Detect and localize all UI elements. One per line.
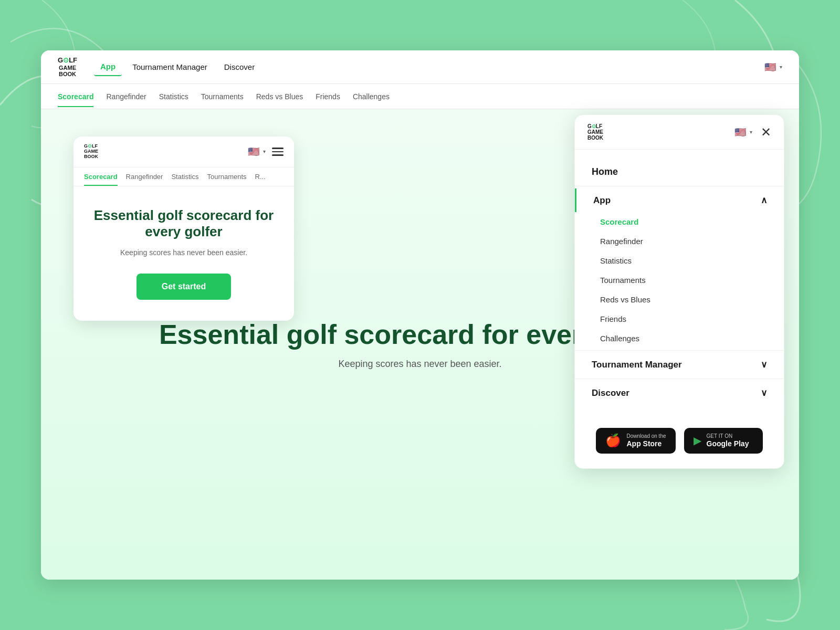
subnav-tournaments[interactable]: Tournaments <box>201 86 244 107</box>
main-nav-links: App Tournament Manager Discover <box>94 58 763 76</box>
side-menu-drawer: G⊙LF GAME BOOK 🇺🇸 ▾ ✕ Home App ∧ Scoreca… <box>574 114 784 469</box>
menu-item-app[interactable]: App ∧ <box>575 188 784 212</box>
nav-link-app[interactable]: App <box>94 58 122 76</box>
mobile-logo: G⊙LF GAME BOOK <box>84 144 98 160</box>
side-menu-flag-icon: 🇺🇸 <box>733 125 748 140</box>
mobile-hero-title: Essential golf scorecard for every golfe… <box>90 207 277 240</box>
nav-link-tournament-manager[interactable]: Tournament Manager <box>126 58 214 76</box>
mobile-subnav-r[interactable]: R... <box>255 167 266 186</box>
submenu-tournaments[interactable]: Tournaments <box>575 270 784 290</box>
side-menu-header: G⊙LF GAME BOOK 🇺🇸 ▾ ✕ <box>575 115 784 150</box>
chevron-up-icon: ∧ <box>761 195 767 206</box>
side-menu-logo: G⊙LF GAME BOOK <box>587 123 603 141</box>
mobile-card-body: Essential golf scorecard for every golfe… <box>74 186 294 321</box>
menu-item-discover[interactable]: Discover ∨ <box>575 381 784 405</box>
menu-item-home[interactable]: Home <box>575 160 784 184</box>
hamburger-line-3 <box>272 154 284 156</box>
side-menu-language-selector[interactable]: 🇺🇸 ▾ <box>733 125 752 140</box>
side-menu-body: Home App ∧ Scorecard Rangefinder Statist… <box>575 150 784 415</box>
menu-divider-1 <box>575 186 784 186</box>
mobile-subnav-tournaments[interactable]: Tournaments <box>207 167 246 186</box>
subnav-statistics[interactable]: Statistics <box>159 86 188 107</box>
hamburger-line-1 <box>272 148 284 149</box>
subnav-friends[interactable]: Friends <box>316 86 340 107</box>
submenu-reds-vs-blues[interactable]: Reds vs Blues <box>575 290 784 309</box>
mobile-nav-icons: 🇺🇸 ▾ <box>246 144 284 159</box>
mobile-language-selector[interactable]: 🇺🇸 ▾ <box>246 144 266 159</box>
mobile-hero-subtitle: Keeping scores has never been easier. <box>90 248 277 257</box>
nav-right: 🇺🇸 ▾ <box>763 60 782 75</box>
mobile-card-header: G⊙LF GAME BOOK 🇺🇸 ▾ <box>74 136 294 167</box>
side-menu-chevron-icon: ▾ <box>750 129 752 135</box>
google-play-button[interactable]: ▶ GET IT ON Google Play <box>684 428 763 454</box>
apple-icon: 🍎 <box>605 433 621 448</box>
close-button[interactable]: ✕ <box>761 126 771 139</box>
submenu-friends[interactable]: Friends <box>575 309 784 329</box>
get-started-button[interactable]: Get started <box>136 274 231 300</box>
hamburger-menu[interactable] <box>272 148 284 156</box>
nav-link-discover[interactable]: Discover <box>218 58 261 76</box>
google-play-icon: ▶ <box>694 434 701 447</box>
mobile-subnav-rangefinder[interactable]: Rangefinder <box>126 167 163 186</box>
submenu-challenges[interactable]: Challenges <box>575 329 784 348</box>
submenu-scorecard[interactable]: Scorecard <box>575 212 784 232</box>
side-menu-header-right: 🇺🇸 ▾ ✕ <box>733 125 771 140</box>
chevron-down-icon-discover: ∨ <box>761 387 767 398</box>
top-nav: G⊙LF GAME BOOK App Tournament Manager Di… <box>41 50 799 84</box>
hero-subtitle: Keeping scores has never been easier. <box>338 359 501 370</box>
flag-icon: 🇺🇸 <box>763 60 778 75</box>
logo: G⊙LF GAME BOOK <box>58 57 77 77</box>
side-menu-footer: 🍎 Download on the App Store ▶ GET IT ON … <box>575 415 784 468</box>
mobile-card: G⊙LF GAME BOOK 🇺🇸 ▾ Scorecard Rangefinde… <box>74 136 294 321</box>
language-selector[interactable]: 🇺🇸 ▾ <box>763 60 782 75</box>
hamburger-line-2 <box>272 151 284 153</box>
mobile-chevron-icon: ▾ <box>263 149 266 154</box>
sub-nav: Scorecard Rangefinder Statistics Tournam… <box>41 84 799 109</box>
mobile-subnav-statistics[interactable]: Statistics <box>171 167 198 186</box>
subnav-challenges[interactable]: Challenges <box>353 86 390 107</box>
submenu-statistics[interactable]: Statistics <box>575 251 784 270</box>
app-store-button[interactable]: 🍎 Download on the App Store <box>596 428 675 454</box>
mobile-subnav-scorecard[interactable]: Scorecard <box>84 167 118 186</box>
subnav-rangefinder[interactable]: Rangefinder <box>106 86 146 107</box>
menu-divider-3 <box>575 379 784 379</box>
mobile-flag-icon: 🇺🇸 <box>246 144 261 159</box>
subnav-scorecard[interactable]: Scorecard <box>58 86 93 107</box>
submenu-rangefinder[interactable]: Rangefinder <box>575 232 784 251</box>
chevron-down-icon-tm: ∨ <box>761 359 767 370</box>
mobile-subnav: Scorecard Rangefinder Statistics Tournam… <box>74 167 294 186</box>
menu-divider-2 <box>575 350 784 351</box>
menu-item-tournament-manager[interactable]: Tournament Manager ∨ <box>575 353 784 376</box>
chevron-down-icon: ▾ <box>780 64 782 70</box>
subnav-reds-vs-blues[interactable]: Reds vs Blues <box>256 86 303 107</box>
